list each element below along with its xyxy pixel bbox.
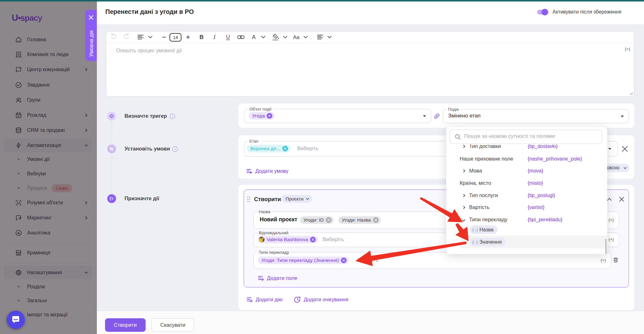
svg-text:A: A (252, 34, 256, 40)
svg-text:U: U (226, 34, 230, 40)
svg-text:B: B (200, 34, 204, 40)
svg-text:Aa: Aa (293, 34, 300, 40)
svg-text:I: I (213, 34, 216, 40)
svg-text:14: 14 (173, 35, 178, 40)
